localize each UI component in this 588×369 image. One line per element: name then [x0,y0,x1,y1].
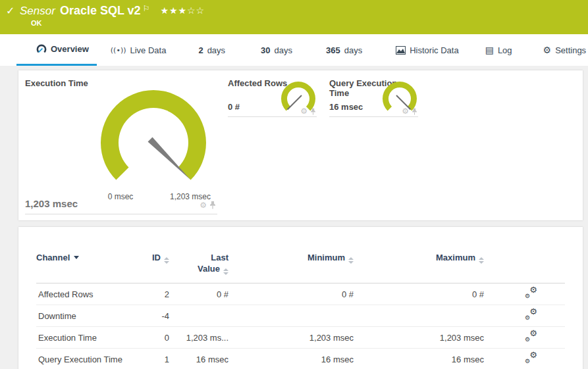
tab-overview[interactable]: Overview [16,34,97,66]
gauge-gear-icon[interactable]: ⚙ [200,201,207,209]
gauge-needle [148,137,191,180]
channel-id: 2 [135,283,169,305]
channel-maximum: 16 msec [354,349,484,369]
tab-number: 30 [261,45,270,55]
gauge-execution-time: Execution Time 0 msec 1,203 msec 1,203 m… [25,78,217,214]
tab-label: Overview [51,44,89,54]
tab-label: Log [498,45,512,55]
tab-number: 365 [326,45,340,55]
table-row: Query Execution Time 1 16 msec 16 msec 1… [36,349,565,369]
channel-id: 1 [135,349,169,369]
tab-log[interactable]: ▤ Log [477,34,520,66]
channel-table-header-row: Channel ID Last Value Minimum Maximum [36,252,565,283]
gauge-affected-rows: Affected Rows 0 # ⚙ [228,78,317,117]
channel-minimum: 0 # [228,283,354,305]
column-header-minimum[interactable]: Minimum [228,252,354,283]
sort-arrows-icon [348,257,354,264]
tab-label: Live Data [130,45,166,55]
tab-30-days[interactable]: 30 days [253,34,300,66]
log-list-icon: ▤ [485,45,494,55]
tab-number: 2 [198,45,203,55]
settings-gear-icon: ⚙ [543,45,552,55]
gauge-needle [288,95,302,110]
channel-minimum: 16 msec [228,349,354,369]
channel-id: -4 [135,305,169,327]
tab-label: Settings [555,45,586,55]
channel-settings-gears-icon[interactable]: ⚙⚙ [524,353,539,364]
execution-time-gauge-dial [97,87,209,199]
table-row: Execution Time 0 1,203 ms... 1,203 msec … [36,327,565,349]
channel-maximum: 1,203 msec [354,327,484,349]
channel-maximum [354,305,484,327]
gauge-pin-icon[interactable] [412,108,417,115]
sort-caret-icon [74,256,79,259]
channel-settings-gears-icon[interactable]: ⚙⚙ [524,332,539,342]
tab-live-data[interactable]: ((•)) Live Data [103,34,174,66]
status-ok-check-icon: ✓ [6,5,14,17]
sensor-title: Oracle SQL v2 [60,4,141,17]
sensor-title-line: SensorOracle SQL v2⚐★★★☆☆ [20,4,205,18]
gauge-gear-icon[interactable]: ⚙ [402,107,409,115]
priority-stars[interactable]: ★★★☆☆ [160,5,205,16]
channel-last-value [169,305,228,327]
page-content: Execution Time 0 msec 1,203 msec 1,203 m… [0,66,588,369]
channel-minimum [228,305,354,327]
table-row: Affected Rows 2 0 # 0 # 0 # ⚙⚙ [36,283,565,305]
tab-historic-data[interactable]: Historic Data [388,34,466,66]
gauges-panel: Execution Time 0 msec 1,203 msec 1,203 m… [18,70,583,220]
tab-label: days [207,45,225,55]
tab-bar: Overview ((•)) Live Data 2 days 30 days … [0,34,588,66]
gauge-current-value: 16 msec [329,102,363,112]
channel-name[interactable]: Execution Time [36,327,135,349]
stars-filled[interactable]: ★★★ [160,5,187,16]
sort-arrows-icon [164,257,169,264]
gauge-scale-max: 1,203 msec [164,192,217,201]
priority-flag-icon[interactable]: ⚐ [143,4,150,13]
live-data-broadcast-icon: ((•)) [111,47,126,54]
tab-settings[interactable]: ⚙ Settings [535,34,588,66]
channel-maximum: 0 # [354,283,484,305]
tab-2-days[interactable]: 2 days [190,34,233,66]
historic-data-chart-icon [396,46,406,55]
column-header-channel[interactable]: Channel [36,252,135,283]
gauge-scale-min: 0 msec [94,192,147,201]
sort-arrows-icon [223,268,228,275]
channel-minimum: 1,203 msec [228,327,354,349]
column-header-last-value[interactable]: Last Value [169,252,228,283]
column-header-id[interactable]: ID [135,252,169,283]
channels-panel: Channel ID Last Value Minimum Maximum [18,227,583,369]
tab-365-days[interactable]: 365 days [318,34,370,66]
channel-settings-gears-icon[interactable]: ⚙⚙ [524,288,539,299]
table-row: Downtime -4 ⚙⚙ [36,305,565,327]
channel-last-value: 0 # [169,283,228,305]
channel-last-value: 1,203 ms... [169,327,228,349]
channel-name[interactable]: Downtime [36,305,135,327]
gauge-current-value: 1,203 msec [25,198,78,209]
gauge-pin-icon[interactable] [310,108,316,115]
channel-name[interactable]: Affected Rows [36,283,135,305]
column-header-maximum[interactable]: Maximum [354,252,484,283]
column-header-actions [484,252,565,283]
sort-arrows-icon [479,257,484,264]
tab-label: days [344,45,362,55]
gauge-current-value: 0 # [228,102,240,112]
channel-settings-gears-icon[interactable]: ⚙⚙ [524,310,539,320]
tab-label: days [275,45,292,55]
channel-id: 0 [135,327,169,349]
gauge-pin-icon[interactable] [209,201,216,209]
overview-gauge-icon [36,44,47,55]
gauge-query-execution-time: Query Execution Time 16 msec ⚙ [329,78,418,117]
channel-table: Channel ID Last Value Minimum Maximum [36,252,565,369]
sensor-header: ✓ SensorOracle SQL v2⚐★★★☆☆ OK [0,0,588,34]
stars-empty[interactable]: ☆☆ [187,5,205,16]
sensor-status-badge: OK [31,19,42,27]
channel-last-value: 16 msec [169,349,228,369]
tab-label: Historic Data [410,45,458,55]
gauge-gear-icon[interactable]: ⚙ [300,107,307,115]
sensor-kind-label: Sensor [20,5,55,17]
channel-name[interactable]: Query Execution Time [36,349,135,369]
